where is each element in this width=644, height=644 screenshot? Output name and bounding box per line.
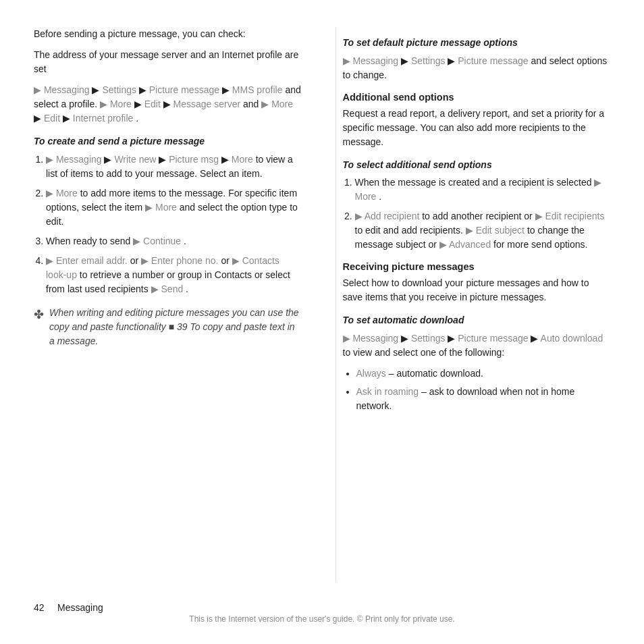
step1-messaging: ▶ Messaging	[46, 154, 102, 165]
server-edit1-link: Edit	[144, 99, 161, 109]
sstep2-arrow3: ▶	[466, 225, 476, 236]
auto-suffix: to view and select one of the following:	[343, 347, 505, 358]
step1-arrow2: ▶	[159, 154, 169, 165]
auto-download-heading: To set automatic download	[343, 314, 611, 327]
create-heading: To create and send a picture message	[34, 135, 302, 149]
step4-arrow1: ▶	[46, 255, 56, 266]
step4-arrow4: ▶	[151, 284, 161, 294]
step-2: ▶ More to add more items to the message.…	[46, 186, 302, 229]
server-arrow7: ▶	[63, 113, 73, 124]
step1-picturemsg: Picture msg	[169, 154, 219, 165]
footer-bottom: This is the Internet version of the user…	[34, 613, 610, 624]
step2-arrow: ▶	[46, 188, 56, 198]
default-options-text: ▶ Messaging ▶ Settings ▶ Picture message…	[343, 54, 611, 82]
select-steps-list: When the message is created and a recipi…	[343, 176, 611, 252]
step3-text1: When ready to send	[46, 236, 133, 246]
step1-arrow3: ▶	[221, 154, 232, 165]
default-arrow1: ▶	[343, 55, 353, 66]
auto-roaming-link: Ask in roaming	[356, 386, 419, 397]
footer: 42 Messaging	[34, 602, 610, 613]
server-and: and	[243, 99, 261, 109]
select-options-heading: To select additional send options	[343, 159, 611, 172]
step4-period: .	[186, 284, 188, 294]
sstep2-advanced: Advanced	[449, 239, 491, 250]
server-arrow3: ▶	[222, 84, 232, 95]
server-msgserver-link: Message server	[173, 99, 241, 109]
step4-or1: or	[130, 255, 141, 266]
footer-left: 42 Messaging	[34, 602, 103, 613]
section-name: Messaging	[57, 602, 103, 613]
step3-continue: Continue	[143, 236, 181, 246]
step-3: When ready to send ▶ Continue .	[46, 234, 302, 248]
step4-arrow3: ▶	[232, 255, 242, 266]
receiving-text: Select how to download your picture mess…	[343, 276, 611, 304]
step1-arrow1: ▶	[104, 154, 114, 165]
step2-more2: More	[155, 202, 177, 213]
sstep2-text1: to add another recipient or	[422, 211, 535, 221]
server-arrow1: ▶	[92, 84, 102, 95]
step-4: ▶ Enter email addr. or ▶ Enter phone no.…	[46, 254, 302, 296]
tip-box: ✤ When writing and editing picture messa…	[34, 306, 302, 348]
intro-p1: Before sending a picture message, you ca…	[34, 27, 302, 41]
step4-or2: or	[221, 255, 232, 266]
server-arrow2: ▶	[139, 84, 149, 95]
default-picturemessage: Picture message	[458, 55, 528, 66]
left-column: Before sending a picture message, you ca…	[34, 27, 308, 582]
server-edit2-link: Edit	[44, 113, 60, 124]
server-internetprofile-link: Internet profile	[73, 113, 134, 124]
additional-send-heading: Additional send options	[343, 92, 611, 103]
server-path-text: ▶ Messaging ▶ Settings ▶ Picture message…	[34, 83, 302, 126]
sstep2-arrow4: ▶	[439, 239, 449, 250]
step1-more: More	[232, 154, 253, 165]
select-step-2: ▶ Add recipient to add another recipient…	[355, 209, 611, 252]
server-mms-link: MMS profile	[232, 84, 283, 95]
footer-note: This is the Internet version of the user…	[189, 614, 454, 624]
sstep2-addrecipient: Add recipient	[365, 211, 420, 221]
auto-option-roaming: Ask in roaming – ask to download when no…	[356, 385, 611, 413]
default-settings: Settings	[411, 55, 446, 66]
sstep2-text4: for more send options.	[493, 239, 587, 250]
default-messaging: Messaging	[352, 55, 398, 66]
step2-arrow2: ▶	[145, 202, 155, 213]
default-sep1: ▶	[401, 55, 411, 66]
step3-arrow: ▶	[133, 236, 143, 246]
additional-send-text: Request a read report, a delivery report…	[343, 107, 611, 149]
right-column: To set default picture message options ▶…	[336, 27, 611, 582]
server-messaging-link: ▶ Messaging	[34, 84, 90, 95]
sstep2-editsubject: Edit subject	[476, 225, 525, 236]
auto-picturemessage: Picture message	[458, 333, 528, 344]
auto-download-text: ▶ Messaging ▶ Settings ▶ Picture message…	[343, 331, 611, 360]
server-arrow4: ▶	[134, 99, 144, 109]
auto-sep3: ▶	[531, 333, 540, 344]
sstep1-period: .	[379, 191, 381, 202]
content-columns: Before sending a picture message, you ca…	[34, 27, 610, 582]
auto-options-list: Always – automatic download. Ask in roam…	[343, 367, 611, 413]
tip-icon: ✤	[34, 307, 44, 322]
step4-send: Send	[161, 284, 184, 294]
server-more1-link: ▶ More	[100, 99, 132, 109]
auto-settings: Settings	[411, 333, 446, 344]
step-1: ▶ Messaging ▶ Write new ▶ Picture msg ▶ …	[46, 153, 302, 181]
auto-always-text: – automatic download.	[389, 368, 483, 379]
server-period: .	[136, 113, 138, 124]
server-arrow6: ▶	[34, 113, 44, 124]
tip-text: When writing and editing picture message…	[49, 306, 302, 348]
sstep2-arrow2: ▶	[535, 211, 545, 221]
default-sep2: ▶	[448, 55, 458, 66]
sstep1-text1: When the message is created and a recipi…	[355, 177, 595, 188]
server-picture-link: Picture message	[149, 84, 219, 95]
server-more2-link: ▶ More	[261, 99, 293, 109]
sstep1-more: More	[355, 191, 377, 202]
server-settings-link: Settings	[102, 84, 136, 95]
auto-option-always: Always – automatic download.	[356, 367, 611, 381]
auto-autodownload: Auto download	[541, 333, 603, 344]
step4-arrow2: ▶	[141, 255, 151, 266]
step3-period: .	[184, 236, 186, 246]
auto-messaging: Messaging	[352, 333, 398, 344]
page-number: 42	[34, 602, 45, 613]
step4-phone: Enter phone no.	[151, 255, 219, 266]
sstep2-text2: to edit and add recipients.	[355, 225, 466, 236]
default-options-heading: To set default picture message options	[343, 36, 611, 50]
sstep2-arrow1: ▶	[355, 211, 365, 221]
step4-email: Enter email addr.	[56, 255, 128, 266]
